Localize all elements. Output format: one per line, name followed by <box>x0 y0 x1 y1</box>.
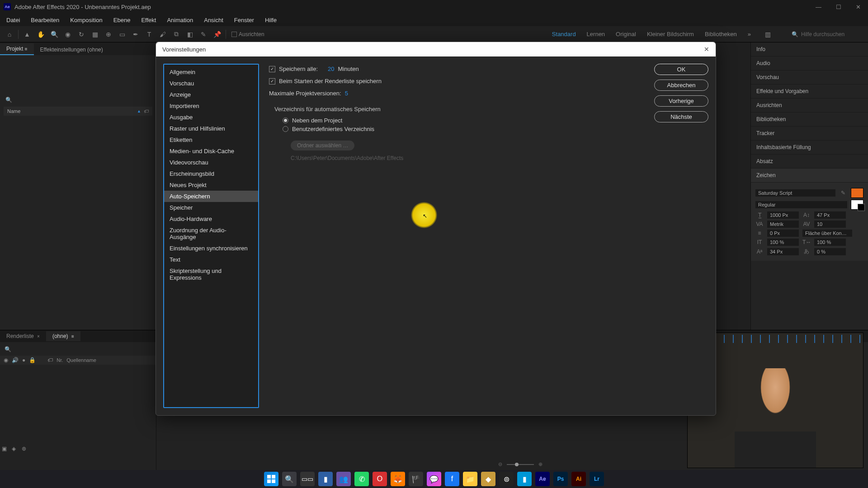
taskbar-search-icon[interactable]: 🔍 <box>282 472 297 486</box>
timeline-zoom[interactable]: ⊝ ⊕ <box>498 461 542 467</box>
taskbar-app-1[interactable]: ▮ <box>318 472 333 486</box>
cat-anzeige[interactable]: Anzeige <box>164 89 258 100</box>
stroke-width-input[interactable] <box>767 230 799 237</box>
taskbar-messenger-icon[interactable]: 💬 <box>427 472 441 486</box>
workspace-kleiner[interactable]: Kleiner Bildschirm <box>647 31 694 38</box>
timeline-search-icon[interactable]: 🔍 <box>5 346 11 352</box>
zoom-out-icon[interactable]: ⊝ <box>498 461 502 467</box>
taskbar-app-4[interactable]: ▮ <box>517 472 532 486</box>
fill-color-swatch[interactable] <box>851 188 863 198</box>
help-search[interactable]: Hilfe durchsuchen <box>801 31 864 38</box>
frame-blend-icon[interactable]: ◈ <box>12 446 19 452</box>
workspace-lernen[interactable]: Lernen <box>587 31 605 38</box>
start-button[interactable] <box>264 472 278 486</box>
taskbar-ai-icon[interactable]: Ai <box>571 472 586 486</box>
menu-animation[interactable]: Animation <box>162 15 198 25</box>
cat-erscheinung[interactable]: Erscheinungsbild <box>164 168 258 179</box>
stroke-color-swatch[interactable] <box>851 200 863 210</box>
panel-zeichen[interactable]: Zeichen <box>751 169 868 183</box>
clone-tool-icon[interactable]: ⧉ <box>170 28 182 40</box>
cat-allgemein[interactable]: Allgemein <box>164 66 258 78</box>
cat-skript[interactable]: Skripterstellung und Expressions <box>164 265 258 283</box>
cat-sync[interactable]: Einstellungen synchronisieren <box>164 243 258 254</box>
taskbar-ae-icon[interactable]: Ae <box>535 472 550 486</box>
save-on-render-checkbox[interactable]: ✓ <box>269 78 275 84</box>
panel-inhalt[interactable]: Inhaltsbasierte Füllung <box>751 141 868 155</box>
taskbar-app-3[interactable]: ◆ <box>481 472 495 486</box>
cat-ausgabe[interactable]: Ausgabe <box>164 112 258 123</box>
close-button[interactable]: ✕ <box>852 2 864 12</box>
layout-reset-icon[interactable]: ▥ <box>762 28 774 40</box>
project-column-header[interactable]: Name ▲ 🏷 <box>4 107 152 116</box>
tsume-input[interactable] <box>814 248 846 255</box>
radio-custom-dir[interactable] <box>283 126 288 132</box>
vscale-input[interactable] <box>767 239 799 246</box>
cat-auto-speichern[interactable]: Auto-Speichern <box>164 191 258 202</box>
taskbar-teams-icon[interactable]: 👥 <box>336 472 351 486</box>
menu-effekt[interactable]: Effekt <box>137 15 160 25</box>
menu-bearbeiten[interactable]: Bearbeiten <box>26 15 64 25</box>
taskbar-whatsapp-icon[interactable]: ✆ <box>354 472 369 486</box>
project-search-icon[interactable]: 🔍 <box>5 97 12 103</box>
taskbar-obs-icon[interactable]: ⊚ <box>499 472 514 486</box>
snap-checkbox[interactable]: Ausrichten <box>231 31 264 38</box>
panel-vorschau[interactable]: Vorschau <box>751 70 868 84</box>
dialog-close-icon[interactable]: ✕ <box>704 46 709 53</box>
panel-info[interactable]: Info <box>751 42 868 56</box>
kerning-select[interactable] <box>767 221 799 228</box>
anchor-tool-icon[interactable]: ⊕ <box>103 28 114 40</box>
cancel-button[interactable]: Abbrechen <box>654 80 708 91</box>
cat-text[interactable]: Text <box>164 254 258 265</box>
baseline-input[interactable] <box>767 248 799 255</box>
tab-ohne[interactable]: (ohne) ≡ <box>46 331 80 341</box>
minimize-button[interactable]: — <box>812 2 825 12</box>
panel-effekte[interactable]: Effekte und Vorgaben <box>751 84 868 99</box>
hscale-input[interactable] <box>814 239 846 246</box>
taskbar-facebook-icon[interactable]: f <box>445 472 459 486</box>
tab-projekt[interactable]: Projekt ≡ <box>0 43 34 55</box>
roto-tool-icon[interactable]: ✎ <box>198 28 209 40</box>
taskbar-ps-icon[interactable]: Ps <box>553 472 568 486</box>
cat-audio-ausgaenge[interactable]: Zuordnung der Audio-Ausgänge <box>164 225 258 243</box>
menu-fenster[interactable]: Fenster <box>230 15 259 25</box>
lock-icon[interactable]: 🔒 <box>29 357 36 363</box>
radio-next-to-project[interactable] <box>283 117 288 123</box>
cat-etiketten[interactable]: Etiketten <box>164 134 258 145</box>
taskbar-explorer-icon[interactable]: 📁 <box>463 472 477 486</box>
panel-tracker[interactable]: Tracker <box>751 127 868 141</box>
font-size-input[interactable] <box>767 211 799 219</box>
taskbar-firefox-icon[interactable]: 🦊 <box>391 472 405 486</box>
max-versions-value[interactable]: 5 <box>345 90 348 97</box>
zoom-in-icon[interactable]: ⊕ <box>538 461 542 467</box>
toggle-switches-icon[interactable]: ▣ <box>2 446 9 452</box>
eraser-tool-icon[interactable]: ◧ <box>184 28 196 40</box>
workspace-overflow-icon[interactable]: » <box>748 31 751 38</box>
fill-over-stroke-select[interactable] <box>802 230 852 237</box>
visibility-icon[interactable]: ◉ <box>4 357 8 363</box>
panel-audio[interactable]: Audio <box>751 56 868 70</box>
home-icon[interactable]: ⌂ <box>4 28 15 40</box>
leading-input[interactable] <box>814 211 846 219</box>
brush-tool-icon[interactable]: 🖌 <box>157 28 169 40</box>
cat-audio-hardware[interactable]: Audio-Hardware <box>164 213 258 225</box>
hand-tool-icon[interactable]: ✋ <box>35 28 47 40</box>
selection-tool-icon[interactable]: ▲ <box>21 28 33 40</box>
taskbar-lr-icon[interactable]: Lr <box>590 472 604 486</box>
next-button[interactable]: Nächste <box>654 111 708 122</box>
puppet-tool-icon[interactable]: 📌 <box>211 28 223 40</box>
panel-ausrichten[interactable]: Ausrichten <box>751 99 868 113</box>
ok-button[interactable]: OK <box>654 64 708 75</box>
tracking-input[interactable] <box>814 221 846 228</box>
workspace-standard[interactable]: Standard <box>552 31 576 38</box>
label-icon[interactable]: 🏷 <box>47 357 53 363</box>
cat-medien[interactable]: Medien- und Disk-Cache <box>164 145 258 157</box>
pen-tool-icon[interactable]: ✒ <box>130 28 142 40</box>
cat-speicher[interactable]: Speicher <box>164 202 258 213</box>
shape-tool-icon[interactable]: ▭ <box>116 28 128 40</box>
menu-datei[interactable]: Datei <box>2 15 24 25</box>
menu-komposition[interactable]: Komposition <box>66 15 107 25</box>
previous-button[interactable]: Vorherige <box>654 95 708 107</box>
cat-raster[interactable]: Raster und Hilfslinien <box>164 123 258 134</box>
workspace-bibliotheken[interactable]: Bibliotheken <box>705 31 737 38</box>
task-view-icon[interactable]: ▭▭ <box>300 472 315 486</box>
